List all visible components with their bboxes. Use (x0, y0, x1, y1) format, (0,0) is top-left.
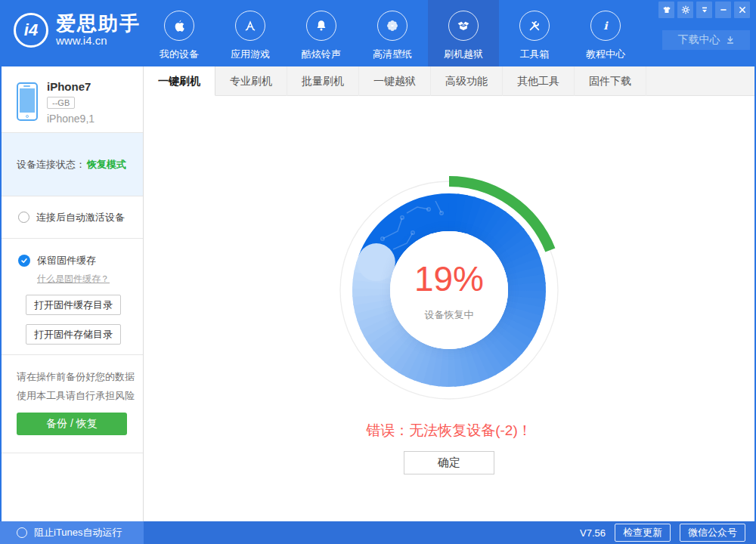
nav-label: 刷机越狱 (444, 48, 483, 61)
tab-one-click-jailbreak[interactable]: 一键越狱 (359, 66, 431, 96)
tab-pro-flash[interactable]: 专业刷机 (215, 66, 287, 96)
download-center-button[interactable]: 下载中心 (662, 30, 750, 50)
tab-advanced[interactable]: 高级功能 (431, 66, 503, 96)
wechat-official-button[interactable]: 微信公众号 (680, 524, 745, 542)
progress-percent: 19% (414, 258, 484, 299)
connection-status-panel: 设备连接状态： 恢复模式 (2, 133, 143, 196)
skin-icon[interactable] (658, 2, 674, 18)
auto-activate-option[interactable]: 连接后自动激活设备 (2, 196, 143, 239)
tools-icon (519, 11, 550, 41)
auto-activate-label: 连接后自动激活设备 (36, 211, 125, 224)
main-nav: 我的设备 应用游戏 酷炫铃声 高清壁纸 (144, 0, 641, 66)
keep-cache-label: 保留固件缓存 (37, 254, 96, 267)
tab-firmware-download[interactable]: 固件下载 (575, 66, 646, 96)
firmware-cache-panel: 保留固件缓存 什么是固件缓存？ 打开固件缓存目录 打开固件存储目录 (2, 239, 143, 355)
nav-item-apps-games[interactable]: 应用游戏 (215, 0, 286, 66)
iphone-icon (17, 82, 38, 121)
nav-item-toolbox[interactable]: 工具箱 (499, 0, 570, 66)
nav-item-flash-jailbreak[interactable]: 刷机越狱 (428, 0, 499, 66)
nav-label: 应用游戏 (231, 48, 270, 61)
download-icon (726, 36, 735, 45)
progress-status-text: 设备恢复中 (425, 308, 474, 322)
backup-restore-button[interactable]: 备份 / 恢复 (17, 413, 127, 435)
version-text: V7.56 (580, 527, 606, 539)
open-storage-dir-button[interactable]: 打开固件存储目录 (26, 324, 121, 345)
minimize-icon[interactable] (715, 2, 731, 18)
nav-label: 教程中心 (586, 48, 625, 61)
openbox-icon (448, 11, 479, 41)
auto-activate-radio[interactable] (18, 212, 29, 223)
app-title: 爱思助手 (56, 13, 141, 34)
block-itunes-radio[interactable] (17, 527, 27, 538)
block-itunes-label: 阻止iTunes自动运行 (34, 526, 122, 539)
cache-help-link[interactable]: 什么是固件缓存？ (37, 273, 110, 286)
open-cache-dir-button[interactable]: 打开固件缓存目录 (26, 295, 121, 315)
device-model: iPhone9,1 (47, 113, 94, 125)
device-capacity-badge: --GB (47, 97, 75, 109)
brand: i4 爱思助手 www.i4.cn (14, 13, 141, 48)
close-icon[interactable] (734, 2, 750, 18)
tab-other-tools[interactable]: 其他工具 (503, 66, 575, 96)
logo-text: i4 (24, 20, 38, 40)
connection-status-label: 设备连接状态： (17, 158, 85, 172)
flash-content: 19% 设备恢复中 错误：无法恢复设备(-2)！ 确定 (144, 96, 754, 521)
sidebar-filler (2, 453, 143, 521)
progress-center: 19% 设备恢复中 (390, 231, 508, 349)
warning-line-2: 使用本工具请自行承担风险 (17, 386, 143, 405)
nav-label: 高清壁纸 (373, 48, 412, 61)
confirm-button[interactable]: 确定 (404, 451, 494, 474)
nav-label: 我的设备 (160, 48, 199, 61)
block-itunes-option[interactable]: 阻止iTunes自动运行 (0, 521, 144, 544)
device-name: iPhone7 (47, 80, 94, 93)
svg-text:i: i (603, 20, 609, 32)
nav-item-tutorials[interactable]: i 教程中心 (570, 0, 641, 66)
body: iPhone7 --GB iPhone9,1 设备连接状态： 恢复模式 连接后自… (0, 66, 756, 521)
keep-cache-checkbox[interactable] (18, 255, 30, 267)
connection-status-value: 恢复模式 (87, 158, 126, 172)
app-window: i4 爱思助手 www.i4.cn 我的设备 应用游戏 (0, 0, 756, 544)
gear-icon[interactable] (677, 2, 693, 18)
download-center-label: 下载中心 (678, 33, 720, 47)
tabbar: 一键刷机 专业刷机 批量刷机 一键越狱 高级功能 其他工具 固件下载 (144, 66, 754, 96)
bell-icon (306, 11, 336, 41)
collapse-icon[interactable] (696, 2, 712, 18)
nav-label: 工具箱 (520, 48, 550, 61)
device-info-panel: iPhone7 --GB iPhone9,1 (2, 66, 143, 133)
statusbar-right: V7.56 检查更新 微信公众号 (580, 524, 756, 542)
app-url: www.i4.cn (56, 34, 141, 48)
nav-label: 酷炫铃声 (302, 48, 341, 61)
window-controls (658, 2, 750, 18)
nav-item-my-device[interactable]: 我的设备 (144, 0, 215, 66)
nav-item-wallpapers[interactable]: 高清壁纸 (357, 0, 428, 66)
check-update-button[interactable]: 检查更新 (615, 524, 671, 542)
apple-icon (164, 11, 194, 41)
error-message: 错误：无法恢复设备(-2)！ (144, 421, 754, 440)
info-icon: i (590, 11, 621, 41)
appstore-icon (235, 11, 265, 41)
keep-cache-option[interactable]: 保留固件缓存 (18, 254, 143, 267)
statusbar: 阻止iTunes自动运行 V7.56 检查更新 微信公众号 (0, 521, 756, 544)
warning-line-1: 请在操作前备份好您的数据 (17, 367, 143, 386)
header: i4 爱思助手 www.i4.cn 我的设备 应用游戏 (0, 0, 756, 66)
flower-icon (377, 11, 407, 41)
sidebar: iPhone7 --GB iPhone9,1 设备连接状态： 恢复模式 连接后自… (2, 66, 144, 521)
main-panel: 一键刷机 专业刷机 批量刷机 一键越狱 高级功能 其他工具 固件下载 (144, 66, 754, 521)
backup-warning-panel: 请在操作前备份好您的数据 使用本工具请自行承担风险 备份 / 恢复 (2, 355, 143, 453)
i4-logo-icon: i4 (14, 13, 48, 48)
tab-one-click-flash[interactable]: 一键刷机 (144, 66, 215, 96)
tab-batch-flash[interactable]: 批量刷机 (287, 66, 359, 96)
nav-item-ringtones[interactable]: 酷炫铃声 (286, 0, 357, 66)
